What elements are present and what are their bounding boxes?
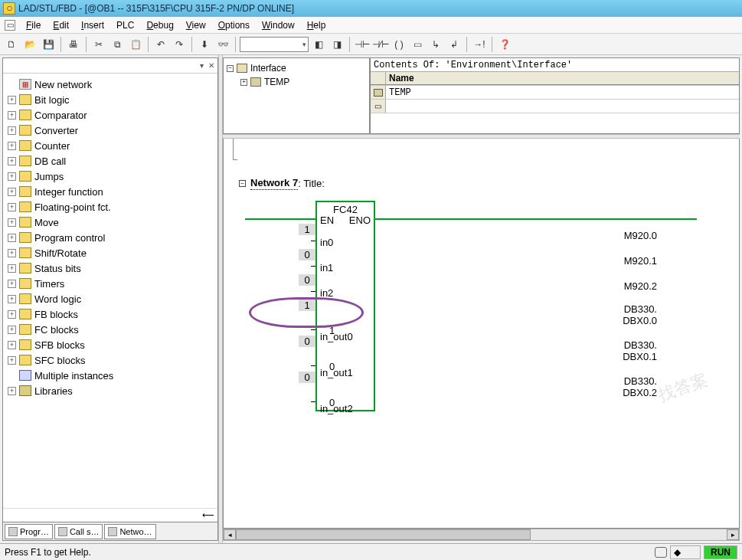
plus-icon[interactable]: +: [8, 234, 16, 242]
operand-label[interactable]: DB330.DBX0.0: [588, 303, 657, 326]
monitor-button[interactable]: 👓: [214, 36, 231, 53]
menu-edit[interactable]: Edit: [47, 20, 75, 31]
menu-help[interactable]: Help: [301, 20, 332, 31]
catalog-item[interactable]: +Libraries: [5, 383, 216, 398]
interface-tree[interactable]: − Interface + TEMP: [224, 58, 371, 133]
operand-label[interactable]: DB330.DBX0.2: [588, 375, 657, 398]
grid-cell-empty[interactable]: [386, 100, 739, 113]
pane-close-icon[interactable]: ✕: [208, 61, 214, 70]
catalog-item[interactable]: +Counter: [5, 138, 216, 153]
catalog-item[interactable]: +Integer function: [5, 184, 216, 199]
copy-button[interactable]: ⧉: [109, 36, 126, 53]
tool-b-button[interactable]: ◨: [329, 36, 345, 53]
plus-icon[interactable]: +: [8, 280, 16, 288]
save-button[interactable]: 💾: [40, 36, 57, 53]
operand-label[interactable]: M920.1: [588, 255, 657, 267]
operand-label[interactable]: DB330.DBX0.1: [588, 339, 657, 362]
mdi-control-icon[interactable]: ▭: [5, 20, 15, 31]
catalog-tree[interactable]: ⊞New network+Bit logic+Comparator+Conver…: [3, 74, 217, 508]
tab-call-structure[interactable]: Call s…: [54, 524, 103, 539]
catalog-item[interactable]: +SFC blocks: [5, 352, 216, 368]
menu-window[interactable]: Window: [256, 20, 301, 31]
scroll-left-icon[interactable]: ◂: [224, 529, 236, 540]
catalog-item[interactable]: Multiple instances: [5, 368, 216, 383]
grid-cell-name[interactable]: TEMP: [386, 86, 739, 99]
contact-no-icon[interactable]: ⊣⊢: [354, 36, 371, 53]
catalog-item[interactable]: +Move: [5, 215, 216, 230]
box-icon[interactable]: ▭: [409, 36, 426, 53]
catalog-item[interactable]: +Status bits: [5, 260, 216, 276]
open-button[interactable]: 📂: [21, 36, 38, 53]
download-button[interactable]: ⬇: [196, 36, 213, 53]
plus-icon[interactable]: +: [8, 264, 16, 273]
plus-icon[interactable]: +: [8, 142, 16, 150]
catalog-item[interactable]: +Converter: [5, 123, 216, 138]
network-title-row[interactable]: − Network 7 : Title:: [239, 177, 739, 190]
paste-button[interactable]: 📋: [127, 36, 144, 53]
menu-view[interactable]: View: [180, 20, 212, 31]
function-block[interactable]: FC42 EN ENO in0 in1 in2 1 in_out0 0 in_o…: [315, 201, 375, 411]
catalog-item[interactable]: +Program control: [5, 230, 216, 245]
plus-icon[interactable]: +: [8, 188, 16, 196]
catalog-item[interactable]: +Shift/Rotate: [5, 245, 216, 260]
plus-icon[interactable]: +: [8, 356, 16, 365]
catalog-item[interactable]: +Bit logic: [5, 92, 216, 107]
operand-label[interactable]: M920.0: [588, 230, 657, 241]
catalog-item[interactable]: +DB call: [5, 153, 216, 169]
menu-debug[interactable]: Debug: [140, 20, 179, 31]
plus-icon[interactable]: +: [8, 249, 16, 257]
plus-icon[interactable]: +: [240, 79, 247, 86]
plus-icon[interactable]: +: [8, 387, 16, 395]
grid-row-empty[interactable]: ▭: [371, 100, 739, 113]
catalog-item[interactable]: +Comparator: [5, 107, 216, 123]
catalog-item[interactable]: +Floating-point fct.: [5, 199, 216, 215]
plus-icon[interactable]: +: [8, 96, 16, 104]
collapse-network-icon[interactable]: −: [239, 180, 246, 187]
network-canvas[interactable]: 找答案 − Network 7 : Title: 1 0 0 1 0 0 M92…: [223, 169, 740, 529]
tool-a-button[interactable]: ◧: [310, 36, 327, 53]
address-combo[interactable]: [240, 37, 309, 52]
catalog-item[interactable]: +Timers: [5, 276, 216, 291]
tree-collapse-icon[interactable]: ⟵: [202, 510, 214, 520]
print-button[interactable]: 🖶: [65, 36, 82, 53]
branch-open-icon[interactable]: ↳: [427, 36, 444, 53]
help-pointer-icon[interactable]: ❓: [496, 36, 513, 53]
branch-close-icon[interactable]: ↲: [446, 36, 463, 53]
undo-button[interactable]: ↶: [152, 36, 169, 53]
menu-options[interactable]: Options: [212, 20, 256, 31]
plus-icon[interactable]: +: [8, 218, 16, 227]
plus-icon[interactable]: +: [8, 295, 16, 303]
plus-icon[interactable]: +: [8, 172, 16, 181]
scroll-track[interactable]: [236, 529, 727, 540]
catalog-item[interactable]: +Word logic: [5, 291, 216, 306]
plus-icon[interactable]: +: [8, 203, 16, 211]
cut-button[interactable]: ✂: [90, 36, 107, 53]
pane-pin-icon[interactable]: ▾: [200, 61, 204, 70]
scroll-right-icon[interactable]: ▸: [727, 529, 739, 540]
redo-button[interactable]: ↷: [171, 36, 188, 53]
coil-icon[interactable]: ( ): [391, 36, 407, 53]
tab-networks[interactable]: Netwo…: [104, 524, 155, 539]
catalog-item[interactable]: +FB blocks: [5, 306, 216, 322]
fbd-diagram[interactable]: 1 0 0 1 0 0 M920.0 M920.1 M920.2 DB330.D…: [245, 201, 720, 431]
menu-plc[interactable]: PLC: [110, 20, 140, 31]
goto-button[interactable]: →!: [471, 36, 488, 53]
contact-nc-icon[interactable]: ⊣∕⊢: [372, 36, 389, 53]
plus-icon[interactable]: +: [8, 157, 16, 165]
catalog-item[interactable]: +Jumps: [5, 169, 216, 184]
plus-icon[interactable]: +: [8, 326, 16, 334]
new-button[interactable]: 🗋: [3, 36, 20, 53]
minus-icon[interactable]: −: [227, 65, 234, 72]
menu-insert[interactable]: Insert: [75, 20, 110, 31]
grid-row[interactable]: TEMP: [371, 86, 739, 100]
plus-icon[interactable]: +: [8, 310, 16, 319]
operand-label[interactable]: M920.2: [588, 280, 657, 292]
tab-program-elements[interactable]: Progr…: [5, 524, 53, 539]
scroll-thumb[interactable]: [236, 529, 531, 540]
menu-file[interactable]: FFileile: [20, 20, 47, 31]
catalog-item[interactable]: +FC blocks: [5, 322, 216, 337]
plus-icon[interactable]: +: [8, 126, 16, 135]
catalog-item[interactable]: ⊞New network: [5, 77, 216, 92]
plus-icon[interactable]: +: [8, 111, 16, 120]
horizontal-scrollbar[interactable]: ◂ ▸: [223, 529, 740, 541]
